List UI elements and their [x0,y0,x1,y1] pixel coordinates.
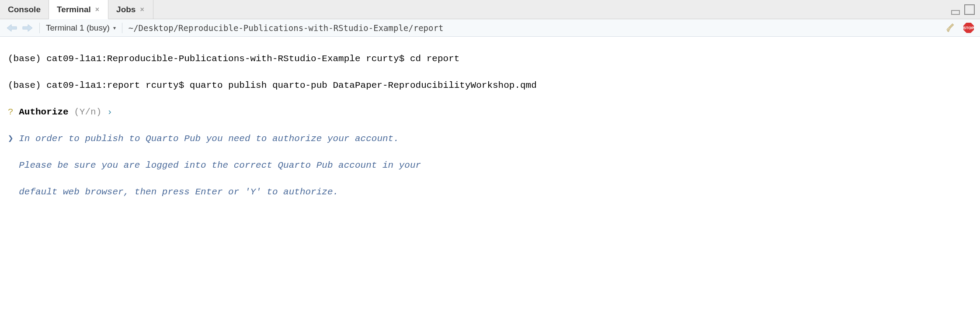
nav-arrows [6,23,33,33]
terminal-selector[interactable]: Terminal 1 (busy) ▾ [46,23,116,33]
info-caret-icon: ❯ [8,134,19,144]
terminal-info-line: Please be sure you are logged into the c… [8,159,972,172]
window-controls [951,0,980,19]
terminal-line: (base) cat09-l1a1:Reproducible-Publicati… [8,52,972,66]
close-icon[interactable]: × [139,6,145,14]
svg-rect-1 [965,5,974,14]
tab-terminal[interactable]: Terminal × [49,0,108,19]
stop-button[interactable]: STOP [963,23,974,33]
prompt-caret: › [101,107,112,117]
clear-icon[interactable] [945,22,956,34]
stop-label: STOP [963,26,974,30]
close-icon[interactable]: × [94,6,100,14]
terminal-info-line: ❯ In order to publish to Quarto Pub you … [8,132,972,145]
tab-console-label: Console [8,5,41,14]
yn-hint: (Y/n) [74,107,101,117]
tab-jobs[interactable]: Jobs × [108,0,153,19]
terminal-prompt-line: ? Authorize (Y/n) › [8,106,972,119]
minimize-icon[interactable] [951,7,963,15]
terminal-toolbar: Terminal 1 (busy) ▾ ~/Desktop/Reproducib… [0,19,980,37]
question-mark-icon: ? [8,107,14,117]
terminal-info-line: default web browser, then press Enter or… [8,186,972,199]
authorize-label: Authorize [14,107,74,117]
info-text: In order to publish to Quarto Pub you ne… [19,134,399,144]
toolbar-divider [122,23,122,33]
maximize-icon[interactable] [964,4,975,15]
tab-jobs-label: Jobs [116,5,136,14]
tab-bar: Console Terminal × Jobs × [0,0,980,19]
terminal-line: (base) cat09-l1a1:report rcurty$ quarto … [8,79,972,92]
working-directory-path: ~/Desktop/Reproducible-Publications-with… [129,23,444,33]
terminal-selector-label: Terminal 1 (busy) [46,23,110,33]
svg-rect-0 [952,10,959,14]
back-arrow-icon[interactable] [6,23,17,33]
tab-terminal-label: Terminal [57,5,91,14]
chevron-down-icon: ▾ [113,25,116,31]
forward-arrow-icon[interactable] [22,23,33,33]
toolbar-divider [39,23,40,33]
terminal-output[interactable]: (base) cat09-l1a1:Reproducible-Publicati… [0,37,980,215]
tab-console[interactable]: Console [0,0,49,19]
